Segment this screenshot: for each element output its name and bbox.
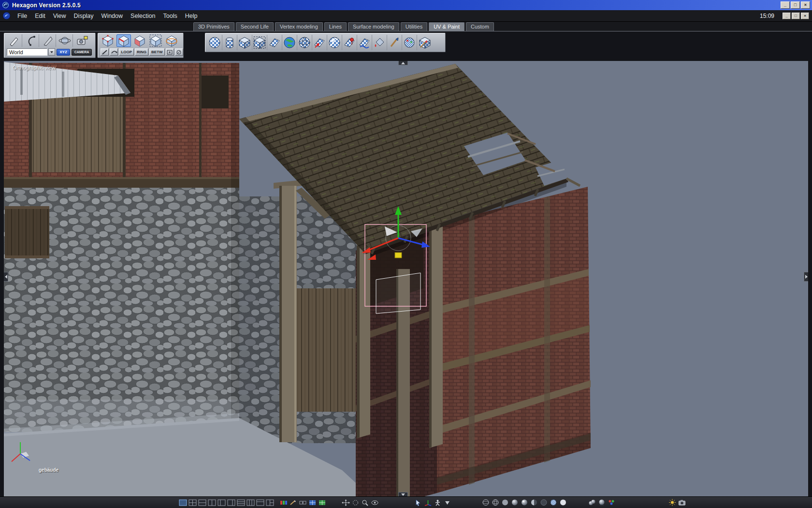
knife-tool-icon[interactable] xyxy=(40,34,56,47)
viewport-panel-expand-left[interactable] xyxy=(4,272,8,282)
layout-top-split-icon[interactable] xyxy=(256,499,264,506)
edge-mode-icon[interactable] xyxy=(116,34,131,47)
menu-file[interactable]: File xyxy=(14,11,31,21)
tab-vertex-modeling[interactable]: Vertex modeling xyxy=(275,22,323,31)
rgb-channels-icon[interactable] xyxy=(279,499,288,506)
object-mode-icon[interactable] xyxy=(148,34,163,47)
menu-view[interactable]: View xyxy=(49,11,70,21)
viewport-panel-expand-bottom[interactable] xyxy=(398,492,408,496)
pen-tool-icon[interactable] xyxy=(6,34,22,47)
viewport-panel-expand-top[interactable] xyxy=(398,61,408,65)
child-minimize-button[interactable]: _ xyxy=(783,13,791,19)
paint-3d-icon[interactable] xyxy=(417,35,432,50)
tab-3d-primitives[interactable]: 3D Primitives xyxy=(193,22,234,31)
brush-icon[interactable] xyxy=(289,499,297,506)
ring-button[interactable]: RING xyxy=(135,48,148,56)
dark-sphere-icon[interactable] xyxy=(539,499,548,506)
wire-sphere-icon[interactable] xyxy=(481,499,490,506)
green-grid-icon[interactable] xyxy=(318,499,326,506)
layout-hsplit-icon[interactable] xyxy=(198,499,206,506)
child-restore-button[interactable]: □ xyxy=(792,13,800,19)
grow-selection-icon[interactable] xyxy=(166,48,174,56)
layout-vsplit-icon[interactable] xyxy=(208,499,216,506)
world-selector[interactable]: World xyxy=(7,48,47,56)
menu-help[interactable]: Help xyxy=(181,11,202,21)
camera-lock-icon[interactable] xyxy=(74,34,90,47)
fit-view-icon[interactable] xyxy=(371,499,379,506)
select-cursor-icon[interactable] xyxy=(414,499,422,506)
close-button[interactable]: × xyxy=(801,1,810,9)
layout-three-rows-icon[interactable] xyxy=(237,499,245,506)
pan-icon[interactable] xyxy=(342,499,350,506)
loop-button[interactable]: LOOP xyxy=(119,48,134,56)
blue-grid-icon[interactable] xyxy=(308,499,317,506)
uv-cube-projection-icon[interactable] xyxy=(237,35,252,50)
material-sphere-icon[interactable] xyxy=(597,499,606,506)
curve-tool-icon[interactable] xyxy=(23,34,39,47)
viewport-3d[interactable]: Orthographic view gebäude xyxy=(4,61,808,496)
flat-sphere-icon[interactable] xyxy=(501,499,509,506)
tab-second-life[interactable]: Second Life xyxy=(236,22,274,31)
menu-tools[interactable]: Tools xyxy=(159,11,181,21)
render-settings-icon[interactable] xyxy=(668,499,676,506)
menu-display[interactable]: Display xyxy=(70,11,98,21)
unfold-uv-icon[interactable] xyxy=(312,35,327,50)
maximize-button[interactable]: □ xyxy=(791,1,800,9)
betw-button[interactable]: BETW xyxy=(149,48,165,56)
draw-select-icon[interactable] xyxy=(101,48,109,56)
loop-select-icon[interactable] xyxy=(164,34,179,47)
two-spheres-icon[interactable] xyxy=(588,499,596,506)
link-texture-icon[interactable] xyxy=(299,499,307,506)
tab-surface-modeling[interactable]: Surface modeling xyxy=(348,22,399,31)
layout-three-cols-icon[interactable] xyxy=(246,499,255,506)
camera-snapshot-icon[interactable] xyxy=(678,499,686,506)
paint-brush-icon[interactable] xyxy=(387,35,402,50)
invert-selection-icon[interactable] xyxy=(175,48,183,56)
move-axes-icon[interactable] xyxy=(424,499,432,506)
rotate-view-icon[interactable] xyxy=(351,499,360,506)
menu-window[interactable]: Window xyxy=(98,11,127,21)
vertex-mode-icon[interactable] xyxy=(101,34,115,47)
walk-mode-icon[interactable] xyxy=(434,499,442,506)
drop-object-icon[interactable] xyxy=(443,499,451,506)
world-dropdown-icon[interactable] xyxy=(48,48,55,56)
uv-grid-icon[interactable] xyxy=(297,35,312,50)
relax-uv-icon[interactable] xyxy=(357,35,372,50)
uv-planar-projection-icon[interactable] xyxy=(267,35,282,50)
minimize-button[interactable]: _ xyxy=(781,1,790,9)
bright-sphere-icon[interactable] xyxy=(559,499,567,506)
tab-lines[interactable]: Lines xyxy=(324,22,347,31)
texture-sphere-icon[interactable] xyxy=(402,35,417,50)
menu-selection[interactable]: Selection xyxy=(127,11,159,21)
lasso-select-icon[interactable] xyxy=(110,48,118,56)
tab-custom[interactable]: Custom xyxy=(466,22,494,31)
layout-quad-icon[interactable] xyxy=(188,499,197,506)
uv-sphere-projection-icon[interactable] xyxy=(207,35,222,50)
rgb-lights-icon[interactable] xyxy=(607,499,615,506)
menu-edit[interactable]: Edit xyxy=(31,11,49,21)
uv-box-mapping-icon[interactable] xyxy=(252,35,267,50)
camera-button[interactable]: CAMERA xyxy=(72,49,92,56)
wire-dense-sphere-icon[interactable] xyxy=(491,499,499,506)
paint-bucket-icon[interactable] xyxy=(372,35,387,50)
smooth-sphere-icon[interactable] xyxy=(510,499,519,506)
zoom-icon[interactable] xyxy=(361,499,369,506)
orbit-tool-icon[interactable] xyxy=(57,34,73,47)
spherical-mapping-icon[interactable] xyxy=(282,35,297,50)
layout-left-split-icon[interactable] xyxy=(218,499,226,506)
half-sphere-icon[interactable] xyxy=(530,499,538,506)
face-mode-icon[interactable] xyxy=(132,34,147,47)
xyz-button[interactable]: XYZ xyxy=(57,49,70,56)
layout-mixed-icon[interactable] xyxy=(266,499,274,506)
tab-utilities[interactable]: Utilities xyxy=(401,22,427,31)
uv-cylinder-projection-icon[interactable] xyxy=(222,35,237,50)
layout-right-split-icon[interactable] xyxy=(227,499,235,506)
tab-uv-paint[interactable]: UV & Paint xyxy=(429,22,464,31)
viewport-panel-expand-right[interactable] xyxy=(804,272,808,282)
cut-uv-seam-icon[interactable] xyxy=(327,35,342,50)
child-close-button[interactable]: × xyxy=(801,13,809,19)
highlight-sphere-icon[interactable] xyxy=(520,499,528,506)
checker-sphere-icon[interactable] xyxy=(549,499,557,506)
layout-single-icon[interactable] xyxy=(179,499,187,506)
pin-uv-icon[interactable] xyxy=(342,35,357,50)
